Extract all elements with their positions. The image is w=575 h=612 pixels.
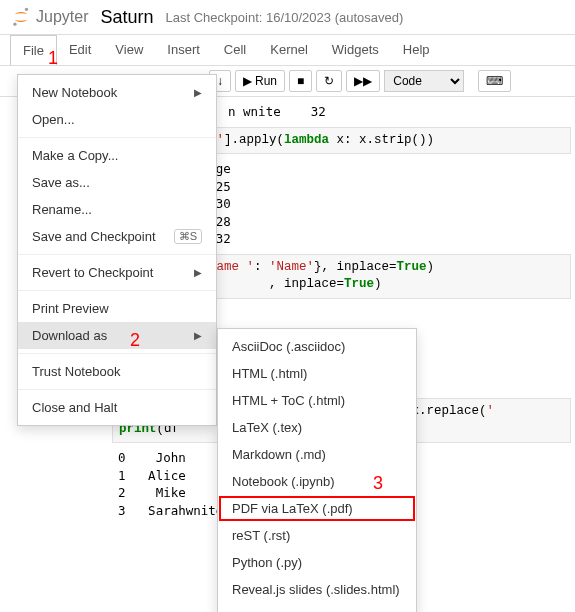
chevron-right-icon: ▶	[194, 87, 202, 98]
dl-latex[interactable]: LaTeX (.tex)	[218, 414, 416, 441]
celltype-select[interactable]: Code	[384, 70, 464, 92]
annotation-1: 1	[48, 48, 58, 69]
kbd-shortcut: ⌘S	[174, 229, 202, 244]
annotation-3: 3	[373, 473, 383, 494]
menu-save-as[interactable]: Save as...	[18, 169, 216, 196]
menu-download-as[interactable]: Download as▶	[18, 322, 216, 349]
menu-cell[interactable]: Cell	[212, 35, 258, 65]
svg-point-0	[25, 8, 28, 11]
chevron-right-icon: ▶	[194, 267, 202, 278]
menu-revert[interactable]: Revert to Checkpoint▶	[18, 259, 216, 286]
menubar: File Edit View Insert Cell Kernel Widget…	[0, 34, 575, 66]
download-submenu: AsciiDoc (.asciidoc) HTML (.html) HTML +…	[217, 328, 417, 612]
menu-rename[interactable]: Rename...	[18, 196, 216, 223]
file-dropdown: New Notebook▶ Open... Make a Copy... Sav…	[17, 74, 217, 426]
stop-button[interactable]: ■	[289, 70, 312, 92]
svg-point-1	[13, 23, 16, 26]
menu-close-halt[interactable]: Close and Halt	[18, 394, 216, 421]
dl-markdown[interactable]: Markdown (.md)	[218, 441, 416, 468]
dl-html-toc[interactable]: HTML + ToC (.html)	[218, 387, 416, 414]
restart-button[interactable]: ↻	[316, 70, 342, 92]
checkpoint-text: Last Checkpoint: 16/10/2023 (autosaved)	[166, 10, 404, 25]
menu-new-notebook[interactable]: New Notebook▶	[18, 79, 216, 106]
menu-kernel[interactable]: Kernel	[258, 35, 320, 65]
dl-python[interactable]: Python (.py)	[218, 549, 416, 576]
menu-edit[interactable]: Edit	[57, 35, 103, 65]
dl-rest[interactable]: reST (.rst)	[218, 522, 416, 549]
run-button[interactable]: ▶ Run	[235, 70, 285, 92]
menu-make-copy[interactable]: Make a Copy...	[18, 142, 216, 169]
menu-open[interactable]: Open...	[18, 106, 216, 133]
fastforward-button[interactable]: ▶▶	[346, 70, 380, 92]
menu-insert[interactable]: Insert	[155, 35, 212, 65]
dl-pdf-html[interactable]: PDF via HTML (.html)	[218, 603, 416, 612]
dl-asciidoc[interactable]: AsciiDoc (.asciidoc)	[218, 333, 416, 360]
menu-view[interactable]: View	[103, 35, 155, 65]
jupyter-icon	[10, 6, 32, 28]
annotation-2: 2	[130, 330, 140, 351]
menu-print-preview[interactable]: Print Preview	[18, 295, 216, 322]
menu-widgets[interactable]: Widgets	[320, 35, 391, 65]
menu-save-checkpoint[interactable]: Save and Checkpoint⌘S	[18, 223, 216, 250]
notebook-title[interactable]: Saturn	[100, 7, 153, 28]
menu-trust[interactable]: Trust Notebook	[18, 358, 216, 385]
menu-help[interactable]: Help	[391, 35, 442, 65]
logo-text: Jupyter	[36, 8, 88, 26]
chevron-right-icon: ▶	[194, 330, 202, 341]
header: Jupyter Saturn Last Checkpoint: 16/10/20…	[0, 0, 575, 34]
jupyter-logo: Jupyter	[10, 6, 88, 28]
dl-pdf-latex[interactable]: PDF via LaTeX (.pdf)	[218, 495, 416, 522]
dl-html[interactable]: HTML (.html)	[218, 360, 416, 387]
dl-notebook[interactable]: Notebook (.ipynb)	[218, 468, 416, 495]
dl-reveal[interactable]: Reveal.js slides (.slides.html)	[218, 576, 416, 603]
keyboard-button[interactable]: ⌨	[478, 70, 511, 92]
